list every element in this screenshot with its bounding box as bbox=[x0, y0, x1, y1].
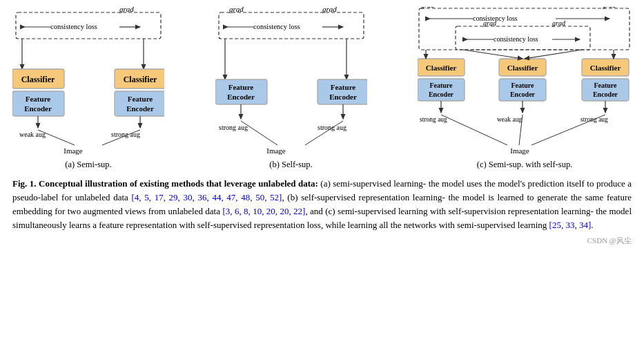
svg-text:grad: grad bbox=[119, 7, 134, 13]
svg-line-65 bbox=[463, 50, 523, 59]
svg-text:Classifier: Classifier bbox=[507, 64, 538, 72]
svg-line-42 bbox=[241, 121, 277, 145]
svg-text:Encoder: Encoder bbox=[24, 104, 52, 113]
svg-text:Classifier: Classifier bbox=[124, 75, 157, 84]
refs-a: [4, 5, 17, 29, 30, 36, 44, 47, 48, 50, 5… bbox=[131, 192, 282, 202]
svg-text:Feature: Feature bbox=[128, 95, 153, 103]
caption-end: . bbox=[591, 220, 593, 230]
svg-text:Image: Image bbox=[510, 146, 529, 155]
figure-caption: Fig. 1. Conceptual illustration of exist… bbox=[12, 174, 632, 233]
svg-text:Encoder: Encoder bbox=[329, 93, 357, 101]
svg-text:grad: grad bbox=[603, 7, 616, 9]
svg-text:consistency loss: consistency loss bbox=[50, 23, 97, 30]
svg-text:Image: Image bbox=[266, 146, 286, 155]
svg-text:Feature: Feature bbox=[228, 83, 253, 91]
svg-text:strong aug: strong aug bbox=[318, 124, 347, 131]
svg-text:Feature: Feature bbox=[330, 83, 355, 91]
diagram-a-svg: grad consistency loss Classifier Feature bbox=[12, 7, 164, 155]
diagram-b-svg: grad grad consistency loss Feature Encod… bbox=[215, 7, 367, 155]
svg-text:Encoder: Encoder bbox=[227, 93, 255, 101]
svg-text:consistency loss: consistency loss bbox=[494, 35, 538, 43]
diagram-c-svg: grad grad consistency loss grad grad con… bbox=[418, 7, 632, 155]
svg-line-84 bbox=[531, 115, 605, 145]
svg-text:grad: grad bbox=[229, 7, 244, 13]
svg-text:strong aug: strong aug bbox=[420, 116, 447, 123]
svg-text:weak aug: weak aug bbox=[497, 116, 522, 123]
caption-b: (b) Self-sup. bbox=[269, 160, 313, 170]
svg-text:strong aug: strong aug bbox=[219, 124, 248, 131]
svg-text:Feature: Feature bbox=[26, 95, 51, 103]
diagram-b: grad grad consistency loss Feature Encod… bbox=[215, 7, 367, 170]
svg-text:grad: grad bbox=[552, 19, 566, 27]
caption-c: (c) Semi-sup. with self-sup. bbox=[477, 160, 573, 170]
caption-bold: Fig. 1. Conceptual illustration of exist… bbox=[12, 178, 318, 189]
diagrams-row: grad consistency loss Classifier Feature bbox=[12, 7, 632, 170]
svg-text:Encoder: Encoder bbox=[510, 91, 536, 98]
refs-c: [25, 33, 34] bbox=[549, 220, 592, 230]
svg-text:grad: grad bbox=[483, 19, 497, 27]
svg-text:Image: Image bbox=[64, 146, 83, 155]
svg-text:Feature: Feature bbox=[511, 82, 534, 89]
watermark: CSDN @风尘 bbox=[12, 236, 632, 246]
svg-text:Feature: Feature bbox=[594, 82, 617, 89]
svg-text:Feature: Feature bbox=[429, 82, 453, 89]
svg-text:Encoder: Encoder bbox=[593, 91, 618, 98]
refs-b: [3, 6, 8, 10, 20, 20, 22] bbox=[222, 206, 305, 216]
svg-text:grad: grad bbox=[421, 7, 435, 9]
svg-text:grad: grad bbox=[322, 7, 337, 13]
svg-text:consistency loss: consistency loss bbox=[253, 23, 300, 30]
svg-text:Classifier: Classifier bbox=[590, 64, 621, 72]
svg-text:Classifier: Classifier bbox=[426, 64, 457, 72]
diagram-a: grad consistency loss Classifier Feature bbox=[12, 7, 164, 170]
caption-a: (a) Semi-sup. bbox=[65, 160, 111, 170]
figure-container: grad consistency loss Classifier Feature bbox=[12, 7, 632, 246]
diagram-c: grad grad consistency loss grad grad con… bbox=[418, 7, 632, 170]
svg-text:Classifier: Classifier bbox=[21, 75, 55, 84]
svg-text:Encoder: Encoder bbox=[126, 104, 154, 113]
svg-text:Encoder: Encoder bbox=[429, 91, 454, 98]
svg-line-66 bbox=[525, 50, 582, 59]
svg-rect-45 bbox=[419, 8, 630, 50]
